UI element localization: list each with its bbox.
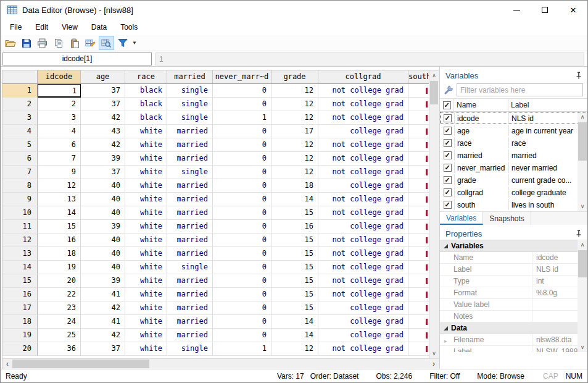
variable-checkbox[interactable]: ✓ xyxy=(444,151,452,159)
cell-married[interactable]: married xyxy=(167,288,213,301)
cell-married[interactable]: married xyxy=(167,206,213,220)
cell-race[interactable]: white xyxy=(125,125,167,138)
wrench-icon[interactable] xyxy=(444,85,454,95)
cell-idcode[interactable]: 13 xyxy=(38,193,81,206)
cell-race[interactable]: white xyxy=(125,329,167,342)
cell-married[interactable]: married xyxy=(167,138,213,152)
cell-reference-box[interactable]: idcode[1] xyxy=(2,53,152,65)
cell-collgrad[interactable]: not college grad xyxy=(318,98,408,111)
cell-south-clipped[interactable] xyxy=(408,220,431,234)
variable-row-collgrad[interactable]: ✓collgradcollege graduate xyxy=(440,186,587,198)
row-number[interactable]: 17 xyxy=(2,301,38,315)
variable-row-never_married[interactable]: ✓never_marriednever married xyxy=(440,161,587,174)
cell-never_married[interactable]: 0 xyxy=(213,179,271,193)
properties-section-variables[interactable]: Variables xyxy=(440,240,587,252)
cell-married[interactable]: married xyxy=(167,315,213,329)
cell-idcode[interactable]: 12 xyxy=(38,179,81,193)
filter-variables-input[interactable] xyxy=(457,83,583,96)
cell-never_married[interactable]: 0 xyxy=(213,166,271,179)
cell-south-clipped[interactable] xyxy=(408,84,431,98)
cell-grade[interactable]: 15 xyxy=(271,206,318,220)
row-number[interactable]: 10 xyxy=(2,206,38,220)
cell-collgrad[interactable]: college grad xyxy=(318,329,408,342)
cell-married[interactable]: married xyxy=(167,179,213,193)
cell-married[interactable]: single xyxy=(167,342,213,356)
cell-race[interactable]: white xyxy=(125,152,167,166)
cell-married[interactable]: married xyxy=(167,329,213,342)
variable-row-idcode[interactable]: ✓idcodeNLS id xyxy=(440,112,587,124)
column-header-married[interactable]: married xyxy=(167,70,213,83)
cell-grade[interactable]: 14 xyxy=(271,329,318,342)
scroll-up-icon[interactable]: ∧ xyxy=(429,70,439,80)
variable-checkbox[interactable]: ✓ xyxy=(444,188,452,196)
cell-never_married[interactable]: 0 xyxy=(213,193,271,206)
cell-collgrad[interactable]: not college grad xyxy=(318,152,408,166)
cell-collgrad[interactable]: college grad xyxy=(318,220,408,234)
print-button[interactable] xyxy=(35,36,50,50)
vertical-scroll-thumb[interactable] xyxy=(430,81,438,104)
cell-idcode[interactable]: 6 xyxy=(38,138,81,152)
cell-idcode[interactable]: 4 xyxy=(38,125,81,138)
open-button[interactable] xyxy=(2,36,18,50)
cell-collgrad[interactable]: not college grad xyxy=(318,342,408,356)
cell-race[interactable]: white xyxy=(125,220,167,234)
cell-collgrad[interactable]: not college grad xyxy=(318,261,408,274)
filter-dropdown-arrow[interactable]: ▼ xyxy=(131,36,138,50)
row-number[interactable]: 19 xyxy=(2,329,38,342)
cell-age[interactable]: 40 xyxy=(81,247,125,261)
cell-collgrad[interactable]: college grad xyxy=(318,301,408,315)
cell-age[interactable]: 37 xyxy=(81,342,125,356)
cell-grade[interactable]: 15 xyxy=(271,261,318,274)
edit-data-button[interactable] xyxy=(83,36,98,50)
pin-icon[interactable] xyxy=(575,229,582,238)
cell-collgrad[interactable]: college grad xyxy=(318,125,408,138)
cell-idcode[interactable]: 23 xyxy=(38,301,81,315)
variable-row-grade[interactable]: ✓gradecurrent grade co... xyxy=(440,174,587,186)
cell-married[interactable]: married xyxy=(167,125,213,138)
cell-collgrad[interactable]: college grad xyxy=(318,315,408,329)
column-header-race[interactable]: race xyxy=(125,70,167,83)
menu-edit[interactable]: Edit xyxy=(28,20,55,34)
cell-south-clipped[interactable] xyxy=(408,193,431,206)
cell-race[interactable]: white xyxy=(125,206,167,220)
cell-age[interactable]: 42 xyxy=(81,138,125,152)
cell-race[interactable]: black xyxy=(125,111,167,125)
cell-never_married[interactable]: 0 xyxy=(213,315,271,329)
row-number[interactable]: 6 xyxy=(2,152,38,166)
cell-race[interactable]: white xyxy=(125,288,167,301)
row-number[interactable]: 8 xyxy=(2,179,38,193)
cell-south-clipped[interactable] xyxy=(408,111,431,125)
cell-south-clipped[interactable] xyxy=(408,152,431,166)
cell-grade[interactable]: 17 xyxy=(271,125,318,138)
cell-grade[interactable]: 14 xyxy=(271,193,318,206)
cell-south-clipped[interactable] xyxy=(408,125,431,138)
cell-south-clipped[interactable] xyxy=(408,98,431,111)
variable-checkbox[interactable]: ✓ xyxy=(444,201,452,209)
cell-age[interactable]: 40 xyxy=(81,261,125,274)
cell-age[interactable]: 40 xyxy=(81,234,125,247)
cell-idcode[interactable]: 19 xyxy=(38,261,81,274)
variable-row-south[interactable]: ✓southlives in south xyxy=(440,198,587,211)
cell-grade[interactable]: 18 xyxy=(271,179,318,193)
paste-button[interactable] xyxy=(67,36,82,50)
cell-age[interactable]: 39 xyxy=(81,152,125,166)
cell-collgrad[interactable]: not college grad xyxy=(318,234,408,247)
cell-age[interactable]: 40 xyxy=(81,179,125,193)
save-button[interactable] xyxy=(19,36,34,50)
scroll-right-icon[interactable]: › xyxy=(429,359,439,369)
cell-collgrad[interactable]: college grad xyxy=(318,179,408,193)
cell-race[interactable]: white xyxy=(125,274,167,288)
row-number[interactable]: 16 xyxy=(2,288,38,301)
scroll-up-icon[interactable]: ∧ xyxy=(578,240,587,250)
cell-never_married[interactable]: 1 xyxy=(213,342,271,356)
row-number[interactable]: 7 xyxy=(2,166,38,179)
cell-married[interactable]: married xyxy=(167,234,213,247)
label-column-header[interactable]: Label xyxy=(508,99,587,111)
cell-grade[interactable]: 16 xyxy=(271,220,318,234)
cell-collgrad[interactable]: not college grad xyxy=(318,166,408,179)
cell-idcode[interactable]: 3 xyxy=(38,111,81,125)
cell-age[interactable]: 40 xyxy=(81,206,125,220)
cell-married[interactable]: married xyxy=(167,247,213,261)
column-header-south[interactable]: south xyxy=(408,70,431,83)
cell-grade[interactable]: 15 xyxy=(271,288,318,301)
